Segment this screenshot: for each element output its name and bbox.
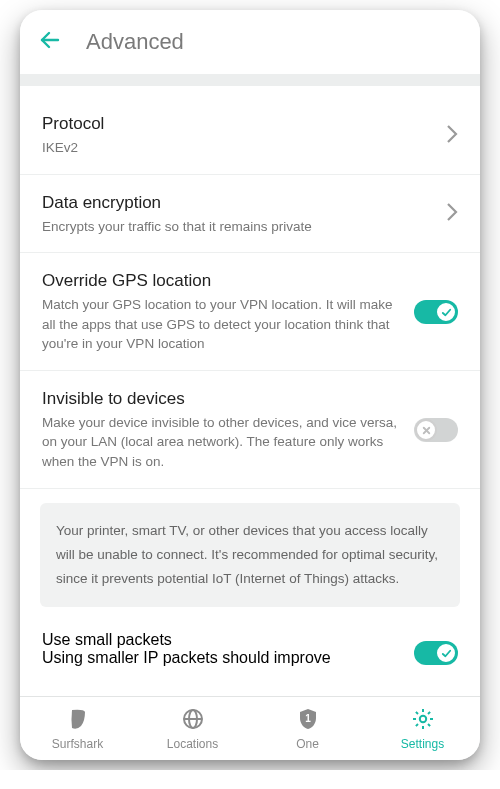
protocol-title: Protocol bbox=[42, 114, 432, 134]
nav-label: One bbox=[296, 737, 319, 751]
encryption-title: Data encryption bbox=[42, 193, 432, 213]
nav-label: Locations bbox=[167, 737, 218, 751]
invisible-title: Invisible to devices bbox=[42, 389, 400, 409]
packets-title: Use small packets bbox=[42, 631, 400, 649]
gps-title: Override GPS location bbox=[42, 271, 400, 291]
packets-toggle[interactable] bbox=[414, 641, 458, 665]
encryption-sub: Encrypts your traffic so that it remains… bbox=[42, 217, 432, 237]
back-arrow-icon[interactable] bbox=[38, 28, 62, 56]
invisible-info-note: Your printer, smart TV, or other devices… bbox=[40, 503, 460, 608]
toggle-knob-x-icon bbox=[415, 419, 437, 441]
nav-label: Surfshark bbox=[52, 737, 103, 751]
header-bar: Advanced bbox=[20, 10, 480, 74]
data-encryption-row[interactable]: Data encryption Encrypts your traffic so… bbox=[20, 175, 480, 254]
small-packets-row: Use small packets Using smaller IP packe… bbox=[20, 623, 480, 667]
surfshark-icon bbox=[66, 707, 90, 734]
shield-icon: 1 bbox=[296, 707, 320, 734]
protocol-value: IKEv2 bbox=[42, 138, 432, 158]
settings-list: Protocol IKEv2 Data encryption Encrypts … bbox=[20, 86, 480, 696]
toggle-knob-check-icon bbox=[435, 301, 457, 323]
bottom-nav: Surfshark Locations 1 One Settings bbox=[20, 696, 480, 760]
override-gps-row: Override GPS location Match your GPS loc… bbox=[20, 253, 480, 371]
gps-sub: Match your GPS location to your VPN loca… bbox=[42, 295, 400, 354]
gear-icon bbox=[411, 707, 435, 734]
packets-sub: Using smaller IP packets should improve … bbox=[42, 649, 400, 667]
screen: Advanced Protocol IKEv2 Data encryption … bbox=[20, 10, 480, 760]
nav-settings[interactable]: Settings bbox=[365, 697, 480, 760]
toggle-knob-check-icon bbox=[435, 642, 457, 664]
nav-surfshark[interactable]: Surfshark bbox=[20, 697, 135, 760]
invisible-sub: Make your device invisible to other devi… bbox=[42, 413, 400, 472]
nav-label: Settings bbox=[401, 737, 444, 751]
chevron-right-icon bbox=[446, 202, 458, 226]
divider-bar bbox=[20, 74, 480, 86]
nav-locations[interactable]: Locations bbox=[135, 697, 250, 760]
nav-one[interactable]: 1 One bbox=[250, 697, 365, 760]
invisible-toggle[interactable] bbox=[414, 418, 458, 442]
invisible-row: Invisible to devices Make your device in… bbox=[20, 371, 480, 489]
globe-icon bbox=[181, 707, 205, 734]
protocol-row[interactable]: Protocol IKEv2 bbox=[20, 96, 480, 175]
chevron-right-icon bbox=[446, 124, 458, 148]
page-title: Advanced bbox=[86, 29, 184, 55]
svg-text:1: 1 bbox=[305, 713, 311, 724]
gps-toggle[interactable] bbox=[414, 300, 458, 324]
svg-point-7 bbox=[419, 715, 425, 721]
